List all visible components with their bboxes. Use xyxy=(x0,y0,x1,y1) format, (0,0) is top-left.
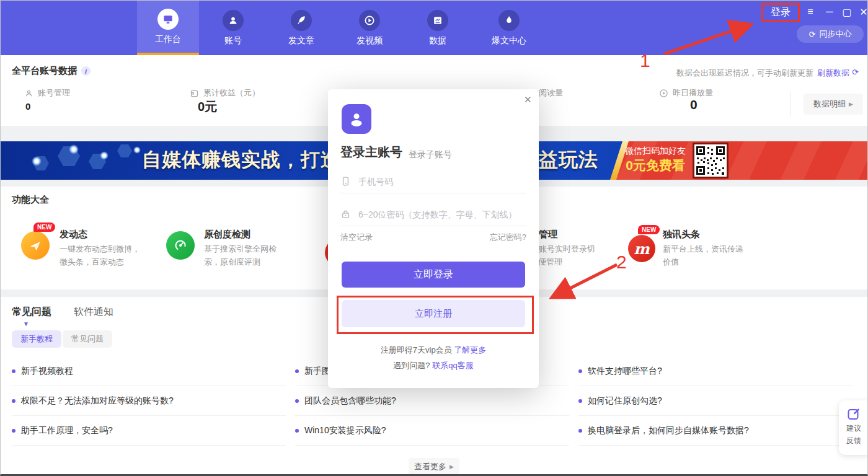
contact-qq-link[interactable]: 联系qq客服 xyxy=(432,361,473,370)
faq-item[interactable]: 换电脑登录后，如何同步自媒体账号数据? xyxy=(578,416,852,446)
refresh-data-link[interactable]: 刷新数据 ⟳ xyxy=(817,68,859,79)
tab-workbench[interactable]: 工作台 xyxy=(137,1,199,55)
feature-title-fragment[interactable]: 管理 xyxy=(539,229,557,240)
stat-plays-value: 0 xyxy=(690,97,698,112)
stat-accounts-label: 账号管理 xyxy=(24,87,70,99)
features-title: 功能大全 xyxy=(12,194,49,206)
feedback-label: 反馈 xyxy=(846,436,861,446)
feature-title[interactable]: 发动态 xyxy=(60,229,87,240)
login-now-button[interactable]: 立即登录 xyxy=(342,262,525,288)
password-input[interactable] xyxy=(358,209,526,219)
tab-label: 数据 xyxy=(429,35,446,46)
sub-account-tab[interactable]: 登录子账号 xyxy=(409,149,452,161)
view-more-button[interactable]: 查看更多 ▶ xyxy=(409,458,459,475)
gauge-icon xyxy=(173,238,188,253)
minimize-icon[interactable]: ─ xyxy=(823,6,836,17)
feature-desc: 账号实时登录切 xyxy=(539,244,595,255)
pill-beginner-tutorial[interactable]: 新手教程 xyxy=(12,330,61,348)
faq-item-text: 团队会员包含哪些功能? xyxy=(304,395,396,407)
register-now-button[interactable]: 立即注册 xyxy=(342,300,525,327)
feature-desc: 一键发布动态到微博， xyxy=(60,244,140,255)
delay-notice-text: 数据会出现延迟情况，可手动刷新更新 xyxy=(676,68,813,79)
sync-center-button[interactable]: ⟳ 同步中心 xyxy=(797,25,864,43)
tab-faq[interactable]: 常见问题 xyxy=(12,306,51,319)
originality-check-icon[interactable] xyxy=(166,231,195,260)
feature-title[interactable]: 原创度检测 xyxy=(204,229,250,240)
forgot-password-link[interactable]: 忘记密码? xyxy=(490,232,526,243)
faq-item[interactable]: 软件支持哪些平台? xyxy=(578,356,852,386)
avatar xyxy=(342,104,371,134)
video-play-icon xyxy=(359,10,380,31)
faq-item[interactable]: 如何记住原创勾选? xyxy=(578,386,852,416)
stat-label-text: 累计收益（元） xyxy=(203,87,260,99)
delay-notice: 数据会出现延迟情况，可手动刷新更新 刷新数据 ⟳ xyxy=(676,68,859,79)
faq-item-text: 换电脑登录后，如何同步自媒体账号数据? xyxy=(588,425,749,436)
flame-icon xyxy=(498,10,520,31)
feature-title[interactable]: 独讯头条 xyxy=(663,229,700,240)
stat-label-text: 账号管理 xyxy=(38,87,70,99)
tab-label: 爆文中心 xyxy=(492,35,526,46)
app-window: 工作台 账号 发文章 发视频 xyxy=(0,0,868,476)
person-outline-icon xyxy=(24,89,33,98)
tab-label: 发视频 xyxy=(356,35,383,46)
faq-item[interactable]: 新手视频教程 xyxy=(12,356,286,386)
feature-desc: 价值 xyxy=(663,257,679,268)
hamburger-menu-icon[interactable]: ≡ xyxy=(804,6,817,17)
phone-icon xyxy=(340,176,351,187)
modal-close-icon[interactable]: ✕ xyxy=(524,94,532,105)
faq-item-text: 权限不足？无法添加对应等级的账号数? xyxy=(21,395,174,407)
stat-income-label: 累计收益（元） xyxy=(190,87,260,99)
tab-label: 发文章 xyxy=(288,35,314,46)
phone-input[interactable] xyxy=(358,177,526,187)
tab-data[interactable]: 数据 xyxy=(404,1,472,55)
clear-records-link[interactable]: 清空记录 xyxy=(340,232,373,243)
data-detail-button[interactable]: 数据明细 ▶ xyxy=(804,94,863,115)
m-logo: m xyxy=(634,240,649,258)
duxun-toutiao-icon[interactable]: m xyxy=(628,235,655,262)
close-window-icon[interactable]: ✕ xyxy=(857,6,868,18)
feedback-widget[interactable]: 建议 反馈 xyxy=(839,400,868,455)
maximize-icon[interactable]: ▢ xyxy=(840,6,854,18)
bullet-icon xyxy=(578,429,582,433)
tab-software-notice[interactable]: 软件通知 xyxy=(74,306,113,319)
glow-dot xyxy=(133,146,141,154)
faq-column-1: 新手视频教程 权限不足？无法添加对应等级的账号数? 助手工作原理，安全吗? xyxy=(12,356,286,446)
tab-publish-video[interactable]: 发视频 xyxy=(335,1,404,55)
promo-price: 0元免费看 xyxy=(622,157,689,174)
divider xyxy=(790,92,790,116)
faq-item[interactable]: Win10安装提示风险? xyxy=(295,416,569,446)
stats-title: 全平台账号数据 i xyxy=(12,65,91,77)
bullet-icon xyxy=(295,429,299,433)
play-circle-icon xyxy=(659,89,668,98)
learn-more-link[interactable]: 了解更多 xyxy=(454,345,486,355)
post-update-icon[interactable] xyxy=(21,231,50,260)
problem-note-text: 遇到问题? xyxy=(393,361,432,370)
caret-down-icon: ▼ xyxy=(23,320,29,327)
stat-reads-label-fragment: 阅读量 xyxy=(539,87,563,99)
faq-item[interactable]: 助手工作原理，安全吗? xyxy=(12,416,286,446)
feature-desc: 索，原创度评测 xyxy=(204,257,260,268)
refresh-label: 刷新数据 xyxy=(817,68,849,79)
login-button[interactable]: 登录 xyxy=(761,3,800,22)
faq-item[interactable]: 团队会员包含哪些功能? xyxy=(295,386,569,416)
monitor-icon xyxy=(157,9,179,30)
tab-publish-article[interactable]: 发文章 xyxy=(267,1,335,55)
faq-item-text: 助手工作原理，安全吗? xyxy=(21,425,113,436)
info-icon[interactable]: i xyxy=(81,66,91,76)
person-icon xyxy=(223,10,244,31)
faq-column-3: 软件支持哪些平台? 如何记住原创勾选? 换电脑登录后，如何同步自媒体账号数据? xyxy=(578,356,852,446)
tab-label: 工作台 xyxy=(155,34,181,45)
glow-dot xyxy=(100,151,108,160)
faq-item-text: 新手图 xyxy=(304,366,330,377)
tab-hot-articles[interactable]: 爆文中心 xyxy=(472,1,546,55)
feature-desc: 新平台上线，资讯传递 xyxy=(663,244,743,255)
pill-common-questions[interactable]: 常见问题 xyxy=(63,330,112,348)
person-avatar-icon xyxy=(347,110,366,128)
tab-label: 账号 xyxy=(224,35,242,46)
faq-item[interactable]: 权限不足？无法添加对应等级的账号数? xyxy=(12,386,286,416)
faq-item-text: Win10安装提示风险? xyxy=(304,425,386,436)
feature-desc: 微头条，百家动态 xyxy=(60,257,124,268)
nav-tabs: 工作台 账号 发文章 发视频 xyxy=(137,1,546,55)
tab-accounts[interactable]: 账号 xyxy=(199,1,267,55)
bullet-icon xyxy=(578,399,582,403)
